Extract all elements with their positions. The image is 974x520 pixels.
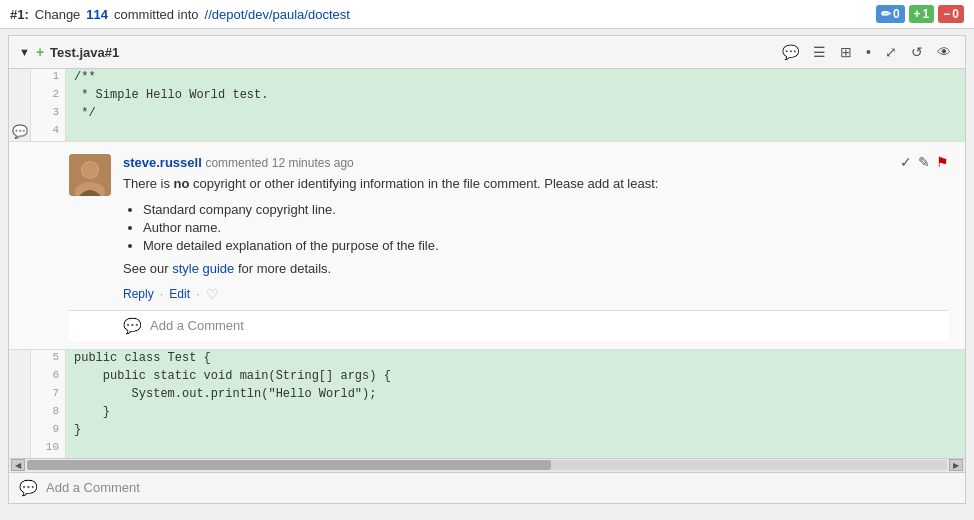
file-section: ▼ + Test.java#1 💬 ☰ ⊞ • ⤢ ↺ 👁 1 /** 2 * … bbox=[8, 35, 966, 504]
line-content-5: public class Test { bbox=[66, 350, 965, 368]
svg-point-3 bbox=[82, 162, 98, 178]
add-comment-text-inline: Add a Comment bbox=[150, 318, 244, 333]
comment-bubble-icon-inline: 💬 bbox=[123, 317, 142, 335]
comment-time: 12 minutes ago bbox=[272, 156, 354, 170]
code-area-top: 1 /** 2 * Simple Hello World test. 3 */ … bbox=[9, 69, 965, 141]
bullet-item-3: More detailed explanation of the purpose… bbox=[143, 238, 949, 253]
scroll-track[interactable] bbox=[27, 460, 947, 470]
file-plus-icon: + bbox=[36, 44, 44, 60]
code-line-9: 9 } bbox=[9, 422, 965, 440]
bullet-list: Standard company copyright line. Author … bbox=[143, 202, 949, 253]
avatar bbox=[69, 154, 111, 196]
comment-meta: steve.russell commented 12 minutes ago bbox=[123, 155, 354, 170]
comment-toggle-icon[interactable]: 💬 bbox=[778, 42, 803, 62]
comment-inner: steve.russell commented 12 minutes ago ✓… bbox=[69, 154, 949, 302]
list-view-icon[interactable]: ☰ bbox=[809, 42, 830, 62]
comment-text-after: copyright or other identifying informati… bbox=[189, 176, 658, 191]
horizontal-scrollbar[interactable]: ◀ ▶ bbox=[9, 458, 965, 472]
separator-2: · bbox=[196, 286, 200, 301]
bullet-item-2: Author name. bbox=[143, 220, 949, 235]
refresh-icon[interactable]: ↺ bbox=[907, 42, 927, 62]
line-gutter-10 bbox=[9, 440, 31, 458]
badge-pencil-count: 0 bbox=[893, 7, 900, 21]
badge-pencil[interactable]: ✏ 0 bbox=[876, 5, 905, 23]
line-num-1: 1 bbox=[31, 69, 66, 87]
badge-minus-count: 0 bbox=[952, 7, 959, 21]
scroll-right-arrow[interactable]: ▶ bbox=[949, 459, 963, 471]
committed-text: committed into bbox=[114, 7, 199, 22]
eye-icon[interactable]: 👁 bbox=[933, 42, 955, 62]
line-gutter-6 bbox=[9, 368, 31, 386]
comment-actions-top: ✓ ✎ ⚑ bbox=[900, 154, 949, 170]
commit-number[interactable]: 114 bbox=[86, 7, 108, 22]
line-content-2: * Simple Hello World test. bbox=[66, 87, 965, 105]
line-num-3: 3 bbox=[31, 105, 66, 123]
comment-footer-text: See our style guide for more details. bbox=[123, 261, 949, 276]
code-line-2: 2 * Simple Hello World test. bbox=[9, 87, 965, 105]
comment-body: steve.russell commented 12 minutes ago ✓… bbox=[123, 154, 949, 302]
split-view-icon[interactable]: ⊞ bbox=[836, 42, 856, 62]
add-comment-row-bottom[interactable]: 💬 Add a Comment bbox=[9, 472, 965, 503]
file-header: ▼ + Test.java#1 💬 ☰ ⊞ • ⤢ ↺ 👁 bbox=[9, 36, 965, 69]
code-line-10: 10 bbox=[9, 440, 965, 458]
comment-footer-actions: Reply · Edit · ♡ bbox=[123, 286, 949, 302]
comment-bubble-icon-bottom: 💬 bbox=[19, 479, 38, 497]
add-comment-text-bottom: Add a Comment bbox=[46, 480, 140, 495]
footer-after: for more details. bbox=[234, 261, 331, 276]
code-line-3: 3 */ bbox=[9, 105, 965, 123]
line-gutter-5 bbox=[9, 350, 31, 368]
comment-text: There is no copyright or other identifyi… bbox=[123, 174, 949, 194]
avatar-svg bbox=[69, 154, 111, 196]
line-gutter-8 bbox=[9, 404, 31, 422]
top-bar: #1: Change 114 committed into //depot/de… bbox=[0, 0, 974, 29]
comment-text-bold: no bbox=[174, 176, 190, 191]
edit-comment-icon[interactable]: ✎ bbox=[918, 154, 930, 170]
style-guide-link[interactable]: style guide bbox=[172, 261, 234, 276]
heart-icon[interactable]: ♡ bbox=[206, 286, 219, 302]
change-text: Change bbox=[35, 7, 81, 22]
change-label: #1: bbox=[10, 7, 29, 22]
line-num-9: 9 bbox=[31, 422, 66, 440]
expand-icon[interactable]: ▼ bbox=[19, 46, 30, 58]
add-comment-row-inline[interactable]: 💬 Add a Comment bbox=[69, 310, 949, 341]
comment-header: steve.russell commented 12 minutes ago ✓… bbox=[123, 154, 949, 170]
code-line-7: 7 System.out.println("Hello World"); bbox=[9, 386, 965, 404]
comment-action: commented bbox=[205, 156, 268, 170]
scroll-left-arrow[interactable]: ◀ bbox=[11, 459, 25, 471]
line-content-7: System.out.println("Hello World"); bbox=[66, 386, 965, 404]
comment-text-before: There is bbox=[123, 176, 174, 191]
line-num-4: 4 bbox=[31, 123, 66, 141]
badge-minus[interactable]: − 0 bbox=[938, 5, 964, 23]
line-num-2: 2 bbox=[31, 87, 66, 105]
line-num-5: 5 bbox=[31, 350, 66, 368]
line-content-8: } bbox=[66, 404, 965, 422]
flag-icon[interactable]: ⚑ bbox=[936, 154, 949, 170]
check-icon[interactable]: ✓ bbox=[900, 154, 912, 170]
code-line-8: 8 } bbox=[9, 404, 965, 422]
badge-plus[interactable]: + 1 bbox=[909, 5, 935, 23]
file-title: Test.java#1 bbox=[50, 45, 119, 60]
comment-author[interactable]: steve.russell bbox=[123, 155, 202, 170]
topbar-icons: ✏ 0 + 1 − 0 bbox=[876, 5, 964, 23]
line-gutter-4: 💬 bbox=[9, 123, 31, 141]
edit-link[interactable]: Edit bbox=[169, 287, 190, 301]
line-gutter-9 bbox=[9, 422, 31, 440]
line-num-10: 10 bbox=[31, 440, 66, 458]
expand-view-icon[interactable]: ⤢ bbox=[881, 42, 901, 62]
code-line-1: 1 /** bbox=[9, 69, 965, 87]
code-area-bottom: 5 public class Test { 6 public static vo… bbox=[9, 350, 965, 458]
line-content-6: public static void main(String[] args) { bbox=[66, 368, 965, 386]
file-header-icons: 💬 ☰ ⊞ • ⤢ ↺ 👁 bbox=[778, 42, 955, 62]
line-content-1: /** bbox=[66, 69, 965, 87]
line-gutter-7 bbox=[9, 386, 31, 404]
line-content-10 bbox=[66, 440, 965, 458]
reply-link[interactable]: Reply bbox=[123, 287, 154, 301]
code-line-6: 6 public static void main(String[] args)… bbox=[9, 368, 965, 386]
line-gutter-2 bbox=[9, 87, 31, 105]
code-line-5: 5 public class Test { bbox=[9, 350, 965, 368]
code-line-4: 💬 4 bbox=[9, 123, 965, 141]
depot-path[interactable]: //depot/dev/paula/doctest bbox=[205, 7, 350, 22]
dot-menu-icon[interactable]: • bbox=[862, 42, 875, 62]
line-content-9: } bbox=[66, 422, 965, 440]
line-gutter-3 bbox=[9, 105, 31, 123]
